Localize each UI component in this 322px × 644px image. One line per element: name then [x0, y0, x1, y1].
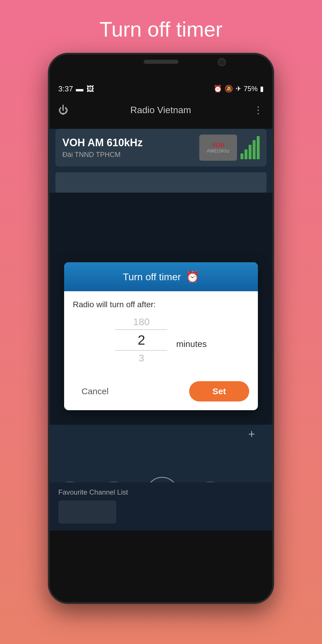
status-icon-sim: ▬	[76, 84, 84, 93]
status-icon-airplane: ✈	[236, 85, 241, 93]
logo-text-2: AM610Khz	[207, 149, 229, 154]
phone-screen: 3:37 ▬ 🖼 ⏰ 🔕 ✈ 75% ▮ ⏻ Radio Vietnam ⋮	[50, 81, 272, 602]
bar-5	[257, 136, 260, 159]
picker-minutes[interactable]: 180 2 3	[115, 316, 167, 364]
power-button[interactable]: ⏻	[58, 104, 68, 116]
status-icon-mute: 🔕	[225, 85, 233, 93]
status-icon-alarm: ⏰	[214, 85, 222, 93]
bar-2	[245, 149, 247, 159]
volume-plus-icon[interactable]: +	[248, 428, 255, 441]
channel-logo: VOH AM610Khz	[199, 135, 237, 161]
status-right: ⏰ 🔕 ✈ 75% ▮	[214, 85, 264, 93]
bar-3	[249, 145, 252, 159]
picker-unit-label: minutes	[176, 331, 207, 349]
dialog-body: Radio will turn off after: 180 2 3 minut…	[64, 291, 258, 378]
dialog-buttons: Cancel Set	[64, 378, 258, 410]
channel-info: VOH AM 610kHz Đài TNND TPHCM	[62, 137, 143, 159]
phone: 3:37 ▬ 🖼 ⏰ 🔕 ✈ 75% ▮ ⏻ Radio Vietnam ⋮	[48, 53, 274, 604]
bar-1	[240, 153, 243, 159]
picker-current-value[interactable]: 2	[115, 329, 167, 351]
phone-notch	[50, 55, 272, 81]
app-bar: ⏻ Radio Vietnam ⋮	[50, 97, 272, 123]
favourite-item[interactable]	[58, 500, 116, 524]
set-button[interactable]: Set	[189, 381, 249, 401]
favourite-label: Favourite Channel List	[58, 488, 264, 496]
bar-4	[253, 140, 256, 159]
app-content: VOH AM 610kHz Đài TNND TPHCM VOH AM610Kh…	[50, 129, 272, 531]
menu-button[interactable]: ⋮	[253, 104, 264, 116]
channel-card[interactable]: VOH AM 610kHz Đài TNND TPHCM VOH AM610Kh…	[55, 129, 267, 167]
app-title: Radio Vietnam	[68, 105, 253, 115]
favourite-section: Favourite Channel List	[50, 482, 272, 531]
channel-name: VOH AM 610kHz	[62, 137, 143, 149]
notch-camera	[218, 58, 226, 66]
dialog-description: Radio will turn off after:	[73, 300, 249, 309]
status-battery: 75%	[244, 85, 258, 93]
logo-text-1: VOH	[207, 142, 229, 149]
status-bar: 3:37 ▬ 🖼 ⏰ 🔕 ✈ 75% ▮	[50, 81, 272, 97]
status-icon-battery: ▮	[260, 85, 264, 93]
dialog-alarm-icon: ⏰	[186, 270, 199, 283]
notch-speaker	[144, 60, 178, 64]
status-left: 3:37 ▬ 🖼	[58, 84, 94, 93]
picker-prev-value: 180	[133, 316, 150, 329]
dialog-title: Turn off timer	[123, 271, 181, 283]
picker-next-value: 3	[139, 351, 144, 364]
picker-container: 180 2 3 minutes	[73, 316, 249, 364]
page-title: Turn off timer	[0, 0, 322, 53]
status-icon-photo: 🖼	[86, 84, 94, 93]
dialog-header: Turn off timer ⏰	[64, 262, 258, 291]
phone-container: 3:37 ▬ 🖼 ⏰ 🔕 ✈ 75% ▮ ⏻ Radio Vietnam ⋮	[0, 53, 322, 604]
cancel-button[interactable]: Cancel	[73, 382, 117, 401]
timer-dialog: Turn off timer ⏰ Radio will turn off aft…	[64, 262, 258, 410]
gray-strip	[55, 172, 267, 193]
volume-area: +	[50, 425, 272, 471]
side-button-right	[272, 165, 274, 202]
channel-subtitle: Đài TNND TPHCM	[62, 151, 143, 159]
dialog-region: Turn off timer ⏰ Radio will turn off aft…	[50, 193, 272, 425]
status-time: 3:37	[58, 84, 73, 93]
signal-bars	[240, 136, 260, 159]
